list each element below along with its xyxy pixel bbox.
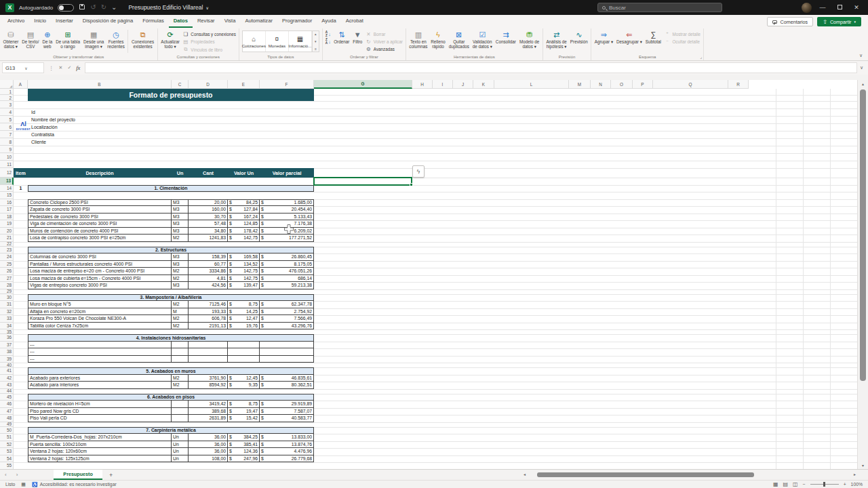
col-header-F[interactable]: F <box>260 80 314 89</box>
horizontal-scroll-thumb[interactable] <box>537 472 754 477</box>
cell-C21[interactable]: M2 <box>172 235 189 242</box>
sheet-tab-presupuesto[interactable]: Presupuesto <box>54 470 102 480</box>
macro-record-icon[interactable]: ▦ <box>21 482 26 487</box>
cell-D19[interactable]: 57,48 <box>189 220 228 228</box>
cell-F37[interactable] <box>260 342 314 349</box>
row-header-10[interactable]: 10 <box>0 153 14 161</box>
row-header-35[interactable]: 35 <box>0 329 14 334</box>
row-header-4[interactable]: 4 <box>0 108 14 116</box>
cell-E32[interactable]: $14,25 <box>228 308 260 316</box>
col-header-G[interactable]: G <box>314 80 412 89</box>
row-header-45[interactable]: 45 <box>0 394 14 401</box>
cell-D21[interactable]: 1241,83 <box>189 235 228 242</box>
formula-input[interactable] <box>85 62 856 73</box>
cell-E21[interactable]: $142,75 <box>228 235 260 242</box>
cell-E31[interactable]: $8,75 <box>228 301 260 308</box>
expand-formula-bar-icon[interactable]: ∨ <box>860 65 868 70</box>
cell-E27[interactable]: $142,75 <box>228 275 260 283</box>
zoom-out-icon[interactable]: − <box>803 482 806 487</box>
cell-E53[interactable]: $124,36 <box>228 448 260 455</box>
row-header-53[interactable]: 53 <box>0 448 14 455</box>
gallery-scroll-icon[interactable]: ▴ <box>315 32 317 36</box>
ribbon-button-consolidate[interactable]: ⇉Consolidar <box>494 29 517 45</box>
cell-D16[interactable]: 20,00 <box>189 199 228 207</box>
section-header-row[interactable]: 4. Instalaciones hidrosanitarias <box>28 334 314 342</box>
cell-E28[interactable]: $139,47 <box>228 282 260 289</box>
col-header-A[interactable]: A <box>14 80 28 89</box>
cell-B28[interactable]: Vigas de entrepiso concreto 3000 PSI <box>28 282 172 289</box>
cell-E16[interactable]: $84,25 <box>228 199 260 207</box>
cell-B39[interactable]: --- <box>28 356 172 363</box>
cell-E24[interactable]: $169,58 <box>228 253 260 261</box>
section-header-row[interactable]: 6. Acabados en pisos <box>28 394 314 401</box>
cell-B19[interactable]: Viga de cimentación de concreto 3000 PSI <box>28 220 172 228</box>
cell-E34[interactable]: $19,76 <box>228 323 260 330</box>
cell-F42[interactable]: $46.835,61 <box>260 375 314 382</box>
cell-F54[interactable]: $26.779,68 <box>260 455 314 463</box>
col-header-Q[interactable]: Q <box>653 80 728 89</box>
cell-C33[interactable]: M2 <box>172 315 189 323</box>
scroll-down-icon[interactable]: ▾ <box>858 463 868 468</box>
cell-D26[interactable]: 3334,86 <box>189 268 228 275</box>
ribbon-button-refresh-all[interactable]: ⟳Actualizartodo ▾ <box>159 29 182 49</box>
cell-C47[interactable] <box>172 408 189 415</box>
cell-B46[interactable]: Mortero de nivelación H=5cm <box>28 401 172 408</box>
tab-acrobat[interactable]: Acrobat <box>341 16 368 28</box>
cell-F19[interactable]: $7.176,38 <box>260 220 314 228</box>
search-input[interactable]: Buscar <box>597 3 722 12</box>
col-header-L[interactable]: L <box>494 80 569 89</box>
comments-button[interactable]: Comentarios <box>767 17 813 26</box>
restore-button[interactable] <box>833 4 846 11</box>
cell-F25[interactable]: $8.175,05 <box>260 261 314 268</box>
cell-D46[interactable]: 3419,42 <box>189 401 228 408</box>
save-icon[interactable] <box>79 3 85 12</box>
redo-icon[interactable]: ↻ <box>101 4 106 11</box>
gallery-tile-geography[interactable]: ▦Informació... <box>289 31 312 52</box>
row-header-46[interactable]: 46 <box>0 401 14 408</box>
ribbon-button-advanced-filter[interactable]: ⚙Avanzadas <box>366 46 403 52</box>
cancel-entry-icon[interactable]: ✕ <box>59 65 63 70</box>
row-header-55[interactable]: 55 <box>0 462 14 469</box>
cell-D31[interactable]: 7125,46 <box>189 301 228 308</box>
cell-D48[interactable]: 2631,89 <box>189 415 228 422</box>
vertical-scrollbar[interactable]: ▴ ▾ <box>857 80 868 469</box>
col-header-D[interactable]: D <box>189 80 228 89</box>
row-header-2[interactable]: 2 <box>0 95 14 101</box>
row-header-3[interactable]: 3 <box>0 101 14 108</box>
page-break-view-icon[interactable]: ◫ <box>793 481 798 487</box>
tab-insertar[interactable]: Insertar <box>51 16 78 28</box>
cell-B27[interactable]: Losa maciza de cubierta e=15cm - Concret… <box>28 275 172 283</box>
row-header-50[interactable]: 50 <box>0 427 14 434</box>
collapse-ribbon-icon[interactable]: ∨ <box>859 53 863 58</box>
cell-F20[interactable]: $6.209,02 <box>260 228 314 235</box>
cell-B32[interactable]: Alfajia en concreto e=20cm <box>28 308 172 316</box>
cell-B54[interactable]: Ventana 2 hojas: 125x125cm <box>28 455 172 463</box>
cell-F26[interactable]: $476.051,26 <box>260 268 314 275</box>
ribbon-button-sort-dialog[interactable]: ⇅Ordenar <box>332 29 351 45</box>
tab-archivo[interactable]: Archivo <box>3 16 29 28</box>
cell-C42[interactable]: M2 <box>172 375 189 382</box>
row-header-12[interactable]: 12 <box>0 168 14 178</box>
cell-D20[interactable]: 34,80 <box>189 228 228 235</box>
col-header-H[interactable]: H <box>412 80 433 89</box>
ribbon-button-queries-connections[interactable]: ❏Consultas y conexiones <box>182 31 236 37</box>
row-header-15[interactable]: 15 <box>0 192 14 199</box>
cell-B51[interactable]: M_Puerta-Corredera-Dos_hojas: 207x210cm <box>28 434 172 441</box>
cell-C31[interactable]: M2 <box>172 301 189 308</box>
tab-datos[interactable]: Datos <box>169 16 193 28</box>
cell-C18[interactable]: M3 <box>172 214 189 221</box>
cell-F39[interactable] <box>260 356 314 363</box>
cell-C34[interactable]: M2 <box>172 323 189 330</box>
row-header-9[interactable]: 9 <box>0 146 14 153</box>
horizontal-scrollbar[interactable]: ◂ ▸ <box>524 472 856 478</box>
ribbon-button-flash-fill[interactable]: ϟRellenorápido <box>429 29 447 49</box>
autosave-toggle[interactable] <box>58 4 74 12</box>
cell-E52[interactable]: $385,41 <box>228 441 260 449</box>
cell-C16[interactable]: M3 <box>172 199 189 207</box>
cell-D27[interactable]: 4,81 <box>189 275 228 283</box>
cell-D28[interactable]: 424,56 <box>189 282 228 289</box>
cell-D51[interactable]: 36,00 <box>189 434 228 441</box>
row-header-30[interactable]: 30 <box>0 294 14 302</box>
row-header-20[interactable]: 20 <box>0 228 14 235</box>
tab-vista[interactable]: Vista <box>220 16 241 28</box>
